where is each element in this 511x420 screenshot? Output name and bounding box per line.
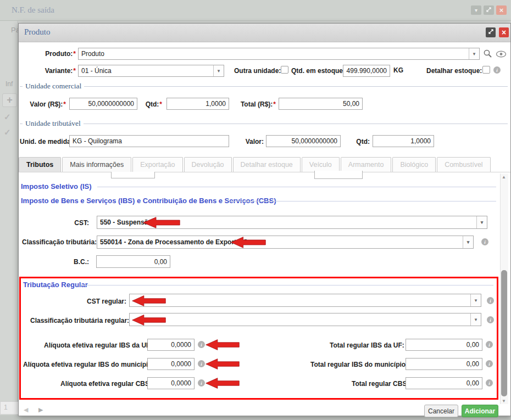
tributacao-regular-heading: Tributação Regular — [23, 281, 88, 289]
info-icon[interactable]: i — [486, 360, 493, 367]
variante-select[interactable]: 01 - Única ▾ — [78, 65, 224, 77]
detalhar-estoque-label: Detalhar estoque: — [426, 67, 479, 75]
unid-medida-input[interactable]: KG - Quilograma — [69, 135, 229, 147]
plus-icon: + — [2, 93, 17, 107]
total-cbs-input[interactable]: 0,00 — [406, 377, 482, 389]
dropdown-button[interactable]: ▾ — [470, 294, 481, 306]
valor-tributavel-input[interactable]: 50,0000000000 — [266, 135, 341, 147]
cst-regular-label: CST regular: — [66, 298, 126, 305]
section-rule — [81, 285, 493, 285]
produto-input[interactable]: Produto ▾ — [78, 48, 480, 60]
info-icon[interactable]: i — [493, 66, 501, 74]
detalhar-estoque-checkbox[interactable] — [482, 66, 490, 74]
qtd-tributavel-label: Qtd: — [355, 138, 370, 145]
total-comercial-label: Total (R$):* — [236, 100, 276, 108]
dropdown-button[interactable]: ▾ — [476, 216, 487, 228]
cancelar-button[interactable]: Cancelar — [424, 405, 458, 417]
annotation-arrow-aliquota-municipio — [205, 357, 240, 372]
tab-tributos[interactable]: Tributos — [19, 157, 61, 172]
aliquota-ibs-uf-label: Alíquota efetiva regular IBS da UF: — [44, 341, 145, 349]
aliquota-ibs-uf-input[interactable]: 0,0000 — [147, 339, 195, 351]
dropdown-button[interactable]: ▾ — [463, 236, 473, 248]
outra-unidade-checkbox[interactable] — [281, 66, 288, 74]
chevron-down-icon: ▾ — [475, 317, 477, 322]
adicionar-button[interactable]: Adicionar — [462, 405, 498, 417]
valor-comercial-input[interactable]: 50,0000000000 — [69, 98, 137, 110]
background-window-titlebar — [0, 0, 511, 21]
info-icon[interactable]: i — [481, 238, 488, 245]
prev-page-icon[interactable]: ◀ — [24, 406, 28, 413]
valor-tributavel-label: Valor: — [242, 138, 264, 145]
fieldset-rule — [20, 86, 508, 87]
cst-regular-select[interactable]: ▾ — [129, 294, 481, 307]
unid-medida-label: Unid. de medida: — [20, 138, 68, 145]
search-icon[interactable] — [483, 49, 492, 60]
annotation-arrow-classificacao — [231, 236, 266, 251]
screen: N.F. de saída ▾ × Pa Inf + ✓ ✓ 1 Produto… — [0, 0, 511, 420]
qtd-tributavel-input[interactable]: 1,0000 — [373, 135, 434, 147]
window-close-button[interactable]: × — [496, 5, 507, 15]
total-ibs-municipio-input[interactable]: 0,00 — [406, 358, 482, 370]
modal-close-button[interactable]: × — [499, 27, 509, 37]
tab-combustivel: Combustível — [437, 157, 490, 172]
dropdown-button[interactable]: ▾ — [470, 313, 481, 326]
annotation-arrow-cst-regular — [132, 294, 166, 309]
unidade-comercial-legend: Unidade comercial — [23, 82, 84, 91]
next-page-icon[interactable]: ▶ — [38, 406, 43, 413]
tab-mais-informacoes[interactable]: Mais informações — [62, 157, 131, 172]
bc-input[interactable]: 0,00 — [96, 255, 170, 268]
aliquota-ibs-municipio-input[interactable]: 0,0000 — [147, 358, 195, 370]
info-icon[interactable]: i — [486, 341, 493, 348]
dropdown-button[interactable]: ▾ — [213, 65, 224, 76]
window-restore-button[interactable] — [484, 5, 494, 15]
qtd-comercial-input[interactable]: 1,0000 — [166, 98, 229, 110]
info-icon[interactable]: i — [198, 341, 205, 348]
unidade-tributavel-legend: Unidade tributável — [23, 119, 84, 128]
scroll-up-icon[interactable]: ▲ — [502, 175, 506, 180]
annotation-arrow-cst — [143, 216, 180, 231]
check-icon: ✓ — [4, 127, 11, 137]
modal-restore-button[interactable] — [486, 27, 496, 37]
variante-value: 01 - Única — [81, 67, 112, 75]
classificacao-regular-select[interactable]: ▾ — [129, 313, 481, 326]
info-icon[interactable]: i — [486, 379, 493, 387]
total-ibs-uf-input[interactable]: 0,00 — [406, 339, 482, 351]
classificacao-select[interactable]: 550014 - Zona de Processamento de Export… — [97, 236, 474, 249]
tab-biologico: Biológico — [392, 157, 436, 172]
clipped-input-remnant — [111, 172, 155, 178]
annotation-arrow-classificacao-regular — [132, 313, 166, 328]
imposto-seletivo-heading: Imposto Seletivo (IS) — [21, 182, 92, 191]
total-comercial-input[interactable]: 50,00 — [279, 98, 363, 110]
eye-icon[interactable] — [496, 51, 507, 59]
classificacao-value: 550014 - Zona de Processamento de Export… — [100, 238, 251, 246]
close-icon: × — [499, 6, 504, 14]
annotation-arrow-aliquota-uf — [205, 338, 240, 353]
info-icon[interactable]: i — [198, 379, 205, 387]
tab-detalhar-estoque: Detalhar estoque — [233, 157, 301, 172]
chevron-down-icon: ▾ — [475, 7, 477, 13]
info-icon[interactable]: i — [198, 360, 205, 367]
close-icon: × — [502, 28, 506, 37]
qtd-estoque-input[interactable]: 499.990,0000 — [343, 65, 390, 77]
total-ibs-uf-label: Total regular IBS da UF: — [330, 341, 403, 349]
scroll-down-icon[interactable]: ▼ — [502, 399, 506, 404]
tab-strip-rule — [19, 172, 510, 172]
window-collapse-button[interactable]: ▾ — [471, 5, 481, 15]
tab-bar: Tributos Mais informações Exportação Dev… — [19, 157, 491, 172]
modal-title: Produto — [24, 27, 51, 37]
info-icon[interactable]: i — [487, 316, 494, 323]
aliquota-cbs-input[interactable]: 0,0000 — [147, 377, 195, 389]
aliquota-cbs-label: Alíquota efetiva regular CBS: — [60, 380, 145, 388]
aliquota-ibs-municipio-label: Alíquota efetiva regular IBS do municípi… — [23, 361, 145, 368]
produto-label: Produto:* — [27, 50, 76, 58]
scrollbar-thumb[interactable] — [501, 270, 507, 396]
dropdown-button[interactable]: ▾ — [469, 48, 479, 59]
section-rule — [229, 201, 496, 201]
clipped-input-remnant — [314, 171, 363, 179]
section-rule — [97, 187, 496, 187]
total-cbs-label: Total regular CBS: — [352, 380, 403, 388]
info-icon[interactable]: i — [487, 297, 494, 304]
diagonal-resize-icon — [488, 29, 494, 36]
chevron-down-icon: ▾ — [467, 239, 470, 245]
chevron-down-icon: ▾ — [473, 51, 476, 57]
